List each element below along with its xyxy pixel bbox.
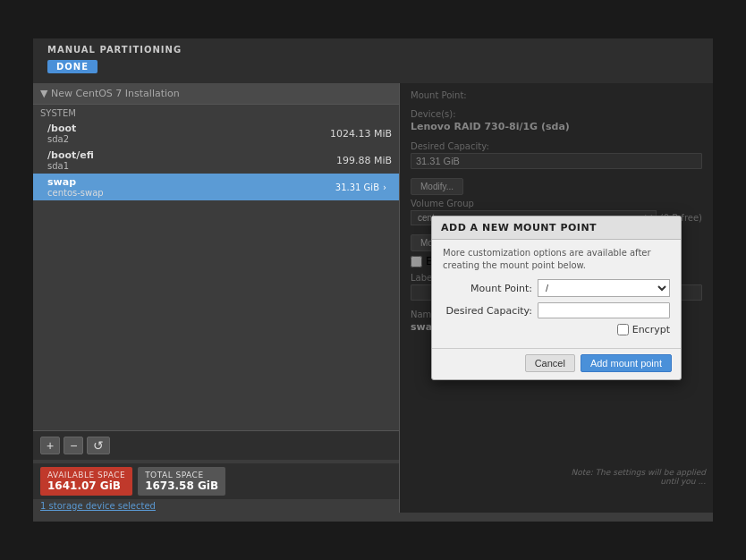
dialog-capacity-label: Desired Capacity:: [443, 305, 532, 317]
dialog-encrypt-checkbox[interactable]: [617, 324, 629, 335]
total-space-value: 1673.58 GiB: [145, 479, 218, 492]
dialog-add-button[interactable]: Add mount point: [581, 354, 672, 372]
swap-size: 31.31 GiB: [335, 182, 379, 192]
partition-swap[interactable]: swap centos-swap 31.31 GiB ›: [33, 174, 399, 200]
add-partition-button[interactable]: +: [40, 437, 60, 454]
total-space-box: TOTAL SPACE 1673.58 GiB: [138, 467, 225, 496]
title-bar-label: MANUAL PARTITIONING: [47, 45, 182, 55]
dialog-capacity-row: Desired Capacity:: [443, 302, 670, 318]
storage-device-link[interactable]: 1 storage device selected: [33, 499, 399, 513]
remove-partition-button[interactable]: −: [64, 437, 83, 454]
installation-header: ▼ New CentOS 7 Installation: [33, 83, 399, 105]
dialog-overlay: ADD A NEW MOUNT POINT More customization…: [400, 83, 713, 513]
dialog-body: More customization options are available…: [432, 240, 681, 348]
dialog-description: More customization options are available…: [443, 247, 670, 272]
boot-efi-size: 199.88 MiB: [336, 155, 392, 166]
dialog-encrypt-label: Encrypt: [632, 324, 670, 335]
dialog-capacity-input[interactable]: [538, 302, 670, 318]
dialog-title: ADD A NEW MOUNT POINT: [432, 216, 681, 240]
swap-name: swap: [47, 176, 104, 188]
main-content: ▼ New CentOS 7 Installation SYSTEM /boot…: [33, 83, 713, 513]
partition-boot-efi[interactable]: /boot/efi sda1 199.88 MiB: [33, 147, 399, 174]
dialog-mount-point-row: Mount Point: /: [443, 279, 670, 297]
swap-size-badge: 31.31 GiB ›: [330, 182, 392, 193]
available-space-label: AVAILABLE SPACE: [47, 471, 125, 479]
boot-name: /boot: [47, 123, 76, 134]
left-panel: ▼ New CentOS 7 Installation SYSTEM /boot…: [33, 83, 400, 513]
monitor-background: MANUAL PARTITIONING Done ▼ New CentOS 7 …: [0, 0, 746, 560]
dialog-mount-point-label: Mount Point:: [443, 283, 532, 294]
installation-arrow: ▼: [40, 88, 51, 99]
installation-title: New CentOS 7 Installation: [51, 88, 180, 99]
swap-dev: centos-swap: [47, 188, 104, 198]
refresh-button[interactable]: ↺: [87, 437, 110, 454]
swap-arrow-icon: ›: [383, 182, 386, 192]
dialog-encrypt-row: Encrypt: [443, 324, 670, 335]
space-info-bar: AVAILABLE SPACE 1641.07 GiB TOTAL SPACE …: [33, 463, 399, 499]
partition-list: SYSTEM /boot sda2 1024.13 MiB: [33, 105, 399, 430]
partition-controls: + − ↺: [33, 430, 399, 460]
system-label: SYSTEM: [33, 105, 399, 120]
dialog-cancel-button[interactable]: Cancel: [525, 354, 575, 372]
partition-boot[interactable]: /boot sda2 1024.13 MiB: [33, 120, 399, 147]
dialog-buttons: Cancel Add mount point: [432, 348, 681, 379]
add-mount-point-dialog: ADD A NEW MOUNT POINT More customization…: [431, 216, 682, 380]
done-button[interactable]: Done: [47, 60, 97, 73]
dialog-mount-point-select[interactable]: /: [538, 279, 670, 297]
boot-size: 1024.13 MiB: [330, 128, 392, 140]
available-space-box: AVAILABLE SPACE 1641.07 GiB: [40, 467, 132, 496]
right-panel: Mount Point: Device(s): Lenovo RAID 730-…: [400, 83, 713, 513]
total-space-label: TOTAL SPACE: [145, 471, 218, 479]
title-bar: MANUAL PARTITIONING Done: [33, 38, 713, 83]
boot-dev: sda2: [47, 134, 76, 144]
available-space-value: 1641.07 GiB: [47, 479, 125, 492]
boot-efi-name: /boot/efi: [47, 149, 94, 161]
screen: MANUAL PARTITIONING Done ▼ New CentOS 7 …: [33, 38, 713, 522]
boot-efi-dev: sda1: [47, 161, 94, 171]
